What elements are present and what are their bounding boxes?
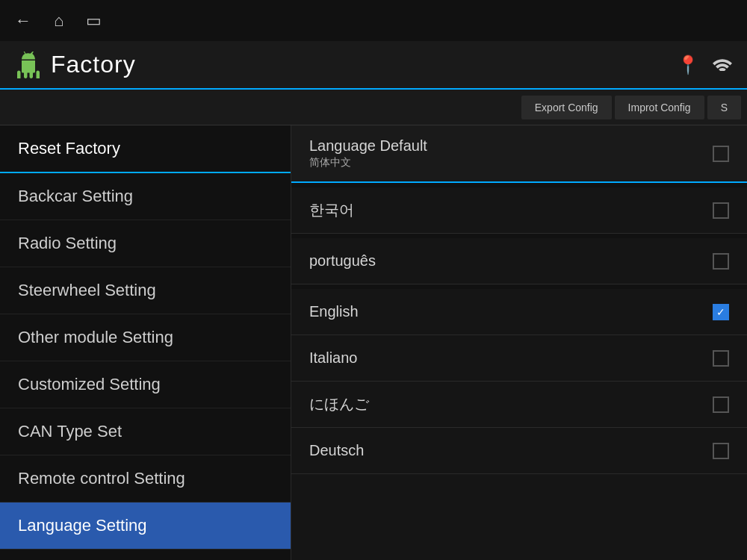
left-menu: Reset FactoryBackcar SettingRadio Settin… bbox=[0, 125, 291, 560]
menu-item-radio[interactable]: Radio Setting bbox=[0, 220, 291, 267]
language-checkbox-default[interactable] bbox=[713, 146, 729, 162]
page-title: Factory bbox=[51, 51, 136, 78]
status-bar: ← ⌂ ▭ bbox=[0, 0, 747, 41]
language-label-main-default: Language Default bbox=[309, 137, 427, 155]
language-checkbox-german[interactable] bbox=[713, 443, 729, 459]
language-item-default[interactable]: Language Default简体中文 bbox=[291, 125, 747, 183]
language-checkbox-korean[interactable] bbox=[713, 202, 729, 219]
menu-item-language[interactable]: Language Setting bbox=[0, 503, 291, 550]
menu-item-backcar[interactable]: Backcar Setting bbox=[0, 173, 291, 220]
header: Factory 📍 bbox=[0, 41, 747, 90]
language-label-german: Deutsch bbox=[309, 442, 364, 459]
language-label-korean: 한국어 bbox=[309, 200, 354, 220]
location-icon[interactable]: 📍 bbox=[677, 55, 699, 75]
wifi-icon[interactable] bbox=[713, 55, 732, 75]
menu-item-remote-control[interactable]: Remote control Setting bbox=[0, 455, 291, 503]
android-icon bbox=[15, 52, 42, 78]
language-item-portuguese[interactable]: português bbox=[291, 238, 747, 284]
language-item-korean[interactable]: 한국어 bbox=[291, 187, 747, 234]
language-item-english[interactable]: English bbox=[291, 289, 747, 335]
language-label-english: English bbox=[309, 303, 359, 320]
more-button[interactable]: S bbox=[707, 96, 741, 119]
export-config-button[interactable]: Export Config bbox=[521, 96, 612, 119]
back-icon[interactable]: ← bbox=[15, 11, 31, 31]
right-panel: Language Default简体中文한국어portuguêsEnglishI… bbox=[291, 125, 747, 560]
home-icon[interactable]: ⌂ bbox=[54, 11, 63, 31]
recents-icon[interactable]: ▭ bbox=[86, 11, 102, 31]
language-checkbox-portuguese[interactable] bbox=[713, 253, 729, 270]
menu-item-customized[interactable]: Customized Setting bbox=[0, 361, 291, 408]
language-label-italian: Italiano bbox=[309, 349, 358, 367]
action-bar: Export Config Improt Config S bbox=[0, 90, 747, 125]
language-checkbox-english[interactable] bbox=[713, 304, 729, 320]
header-right-icons: 📍 bbox=[677, 55, 732, 75]
language-label-japanese: にほんご bbox=[309, 394, 369, 414]
language-item-italian[interactable]: Italiano bbox=[291, 335, 747, 382]
menu-item-reset[interactable]: Reset Factory bbox=[0, 125, 291, 173]
language-checkbox-japanese[interactable] bbox=[713, 396, 729, 413]
menu-item-steerwheel[interactable]: Steerwheel Setting bbox=[0, 267, 291, 314]
menu-item-can-type[interactable]: CAN Type Set bbox=[0, 408, 291, 455]
language-item-german[interactable]: Deutsch bbox=[291, 428, 747, 474]
import-config-button[interactable]: Improt Config bbox=[615, 96, 704, 119]
language-label-portuguese: português bbox=[309, 252, 376, 270]
menu-item-other-module[interactable]: Other module Setting bbox=[0, 314, 291, 361]
main-content: Reset FactoryBackcar SettingRadio Settin… bbox=[0, 125, 747, 560]
language-checkbox-italian[interactable] bbox=[713, 350, 729, 367]
language-item-japanese[interactable]: にほんご bbox=[291, 382, 747, 428]
language-label-sub-default: 简体中文 bbox=[309, 156, 427, 169]
language-label-group-default: Language Default简体中文 bbox=[309, 137, 427, 169]
menu-item-touch-study[interactable]: Touch Study bbox=[0, 550, 291, 560]
